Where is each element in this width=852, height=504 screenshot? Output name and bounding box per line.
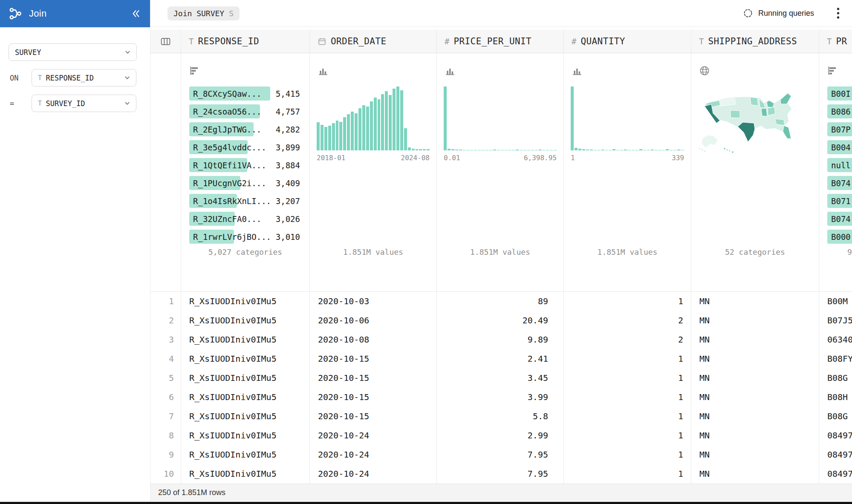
table-row[interactable]: 1R_XsIUODIniv0IMu52020-10-03891MNB00M [150, 292, 852, 311]
join-table-select-value: SURVEY [15, 48, 41, 57]
join-table-select[interactable]: SURVEY [9, 43, 137, 61]
category-chip-row[interactable]: R_2EglJpTWG...4,282 [189, 122, 300, 136]
table-row[interactable]: 8R_XsIUODIniv0IMu52020-10-242.991MN08497 [150, 426, 852, 445]
column-header-row-number[interactable] [150, 30, 181, 53]
column-header-response-id[interactable]: T RESPONSE_ID [181, 30, 310, 53]
category-chip-row[interactable]: R_1rwrLVr6jBO...3,010 [189, 230, 300, 244]
category-label: R_2EglJpTWG... [193, 125, 261, 134]
cell-product: 08497 [819, 426, 852, 445]
cell-order-date: 2020-10-15 [310, 407, 437, 426]
tab-join-survey[interactable]: Join SURVEY S [168, 6, 240, 20]
cell-row-number: 1 [150, 292, 181, 311]
table-row[interactable]: 4R_XsIUODIniv0IMu52020-10-152.411MNB08FY [150, 349, 852, 369]
quantity-histogram[interactable] [571, 86, 684, 150]
histogram-bar [351, 112, 354, 151]
histogram-bar [531, 150, 534, 151]
cell-product: B08G [819, 407, 852, 426]
histogram-bar [670, 150, 673, 151]
cell-shipping-address: MN [691, 330, 819, 349]
category-chip-row[interactable]: R_1QtQEfi1VA...3,884 [189, 158, 300, 172]
join-left-key-select[interactable]: T RESPONSE_ID [32, 69, 136, 86]
cell-row-number: 2 [150, 311, 181, 330]
histogram-bar [317, 122, 320, 150]
histogram-bar [598, 150, 601, 151]
category-chip-row[interactable]: R_24csoaO56...4,757 [189, 104, 300, 118]
column-header-product[interactable]: T PR [819, 30, 852, 53]
us-choropleth-map[interactable] [697, 85, 810, 157]
histogram-bar [339, 122, 342, 151]
chevron-down-icon [124, 74, 131, 81]
join-right-key-select[interactable]: T SURVEY_ID [32, 95, 136, 112]
cell-product: B07J5 [819, 311, 852, 330]
calendar-icon [318, 37, 326, 46]
table-footer: 250 of 1.851M rows [150, 484, 852, 501]
column-header-shipping-address[interactable]: T SHIPPING_ADDRESS [691, 30, 819, 53]
category-chip-row[interactable]: B000 [827, 230, 852, 244]
table-row[interactable]: 9R_XsIUODIniv0IMu52020-10-247.951MN08497 [150, 445, 852, 464]
categories-count: 5,027 categories [181, 248, 309, 256]
category-chip-row[interactable]: null [827, 158, 852, 172]
category-chip-row[interactable]: R_1o4IsRkXnLI...3,207 [189, 194, 300, 208]
cell-order-date: 2020-10-24 [310, 445, 437, 464]
order-date-histogram[interactable] [317, 86, 430, 150]
histogram-bar [658, 150, 661, 151]
overflow-menu-button[interactable] [835, 5, 842, 21]
table-body: 1R_XsIUODIniv0IMu52020-10-03891MNB00M2R_… [150, 292, 852, 484]
cell-response-id: R_XsIUODIniv0IMu5 [181, 369, 310, 388]
histogram-bar [455, 150, 458, 150]
category-chip-row[interactable]: B004 [827, 140, 852, 154]
histogram-bar [575, 148, 578, 150]
category-chip-row[interactable]: B00I [827, 86, 852, 101]
table-row[interactable]: 7R_XsIUODIniv0IMu52020-10-155.81MNB08G [150, 407, 852, 426]
category-chip-row[interactable]: B086 [827, 104, 852, 118]
cell-product: B00M [819, 292, 852, 311]
column-header-order-date[interactable]: ORDER_DATE [310, 30, 437, 53]
axis-max-label: 6,398.95 [524, 154, 557, 162]
category-chip-row[interactable]: R_32UZncFA0...3,026 [189, 212, 300, 226]
category-chip-row[interactable]: R_8CXcySQaw...5,415 [189, 86, 300, 101]
category-chip-row[interactable]: B074 [827, 212, 852, 226]
histogram-bar [482, 150, 485, 151]
spinner-icon [743, 8, 753, 18]
column-header-price-per-unit[interactable]: # PRICE_PER_UNIT [437, 30, 564, 53]
table-row[interactable]: 2R_XsIUODIniv0IMu52020-10-0620.492MNB07J… [150, 311, 852, 330]
category-chip-row[interactable]: B074 [827, 176, 852, 190]
cell-product: 08497 [819, 445, 852, 464]
table-row[interactable]: 5R_XsIUODIniv0IMu52020-10-153.451MNB08G [150, 369, 852, 388]
summary-price-per-unit: 0.01 6,398.95 1.851M values [437, 53, 564, 291]
category-chip-row[interactable]: B071 [827, 194, 852, 208]
collapse-sidebar-button[interactable] [130, 8, 142, 19]
table-row[interactable]: 10R_XsIUODIniv0IMu52020-10-247.951MN0849… [150, 464, 852, 484]
histogram-bar [474, 150, 477, 151]
category-count: 4,757 [272, 107, 300, 116]
cell-price-per-unit: 5.8 [437, 407, 564, 426]
category-count: 3,207 [272, 196, 300, 206]
category-chip-row[interactable]: R_3e5g4lvddc...3,899 [189, 140, 300, 154]
cell-order-date: 2020-10-06 [310, 311, 437, 330]
column-summary-row: R_8CXcySQaw...5,415R_24csoaO56...4,757R_… [150, 53, 852, 292]
cell-shipping-address: MN [691, 445, 819, 464]
price-per-unit-histogram[interactable] [444, 86, 557, 150]
text-type-icon: T [38, 99, 42, 107]
values-count: 1.851M values [437, 248, 563, 256]
cell-response-id: R_XsIUODIniv0IMu5 [181, 464, 310, 484]
table-row[interactable]: 3R_XsIUODIniv0IMu52020-10-089.892MN06340 [150, 330, 852, 349]
globe-icon [699, 65, 710, 76]
cell-row-number: 3 [150, 330, 181, 349]
histogram-bar [582, 149, 585, 150]
row-count-status: 250 of 1.851M rows [158, 488, 225, 497]
histogram-bar [632, 150, 635, 151]
histogram-bar [355, 113, 358, 150]
column-label: ORDER_DATE [331, 36, 386, 46]
equals-label: = [9, 99, 32, 108]
category-chip-row[interactable]: B07P [827, 122, 852, 136]
histogram-bar [523, 150, 526, 151]
histogram-bar [666, 149, 669, 150]
cell-product: B08H [819, 388, 852, 407]
histogram-bar [639, 149, 642, 150]
cell-order-date: 2020-10-08 [310, 330, 437, 349]
table-row[interactable]: 6R_XsIUODIniv0IMu52020-10-153.991MNB08H [150, 388, 852, 407]
category-chip-row[interactable]: R_1PUcgnVG2i...3,409 [189, 176, 300, 190]
column-header-quantity[interactable]: # QUANTITY [564, 30, 691, 53]
summary-order-date: 2018-01 2024-08 1.851M values [310, 53, 437, 291]
